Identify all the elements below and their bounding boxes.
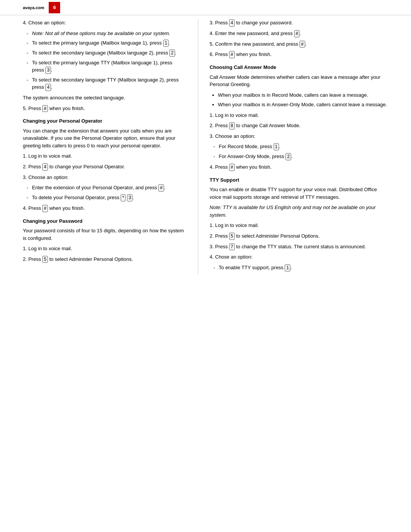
ca-step4: 4. Press # when you finish.: [210, 163, 388, 171]
po-opt1-key: #: [158, 184, 164, 192]
option2-text: To select the secondary language (Mailbo…: [32, 50, 168, 56]
ca-step2-b: to change Call Answer Mode.: [236, 123, 300, 128]
po-step4-b: when you finish.: [49, 205, 85, 211]
chose-option-label: 4. Chose an option:: [23, 19, 186, 27]
tty-opt1-key: 1: [285, 264, 290, 272]
ca-step3: 3. Choose an option:: [210, 133, 388, 140]
left-column: 4. Chose an option: Note: Not all of the…: [23, 19, 198, 275]
pw-step6-key: #: [229, 51, 235, 58]
option4-item: To select the secondary language TTY (Ma…: [27, 76, 186, 91]
po-step2-a: 2. Press: [23, 164, 41, 169]
tty-opt1-text: To enable TTY support, press: [219, 265, 284, 270]
tty-step3-a: 3. Press: [210, 244, 228, 249]
section-call-answer-heading: Choosing Call Answer Mode: [210, 64, 388, 71]
option4-key-label: press 4.: [32, 84, 53, 90]
pw-step5-key: #: [299, 41, 305, 48]
tty-step2-a: 2. Press: [210, 233, 228, 239]
personal-operator-desc: You can change the extension that answer…: [23, 127, 186, 150]
ca-step2-a: 2. Press: [210, 123, 228, 128]
option-list: Note: Not all of these options may be av…: [27, 30, 186, 91]
ca-opt1-item: For Record Mode, press 1.: [213, 143, 388, 150]
option3-key: 3: [45, 67, 51, 74]
pw-step3-b: to change your password.: [236, 20, 293, 26]
pw-step2: 2. Press 5 to select Administer Personal…: [23, 256, 186, 263]
section-tty-heading: TTY Support: [210, 176, 388, 184]
right-column: 3. Press 4 to change your password. 4. E…: [198, 19, 388, 275]
pw-step2-b: to select Administer Personal Options.: [49, 256, 133, 262]
tty-step1: 1. Log in to voice mail.: [210, 222, 388, 229]
step5-finish: 5. Press # when you finish.: [23, 105, 186, 112]
tty-opt1-item: To enable TTY support, press 1.: [213, 264, 388, 272]
po-step2-b: to change your Personal Operator.: [49, 164, 125, 169]
ca-option-list: For Record Mode, press 1. For Answer-Onl…: [213, 143, 388, 160]
tty-step2-key: 5: [229, 233, 235, 240]
ca-opt2-item: For Answer-Only Mode, press 2.: [213, 153, 388, 160]
page-number: 6: [49, 2, 60, 13]
option1-item: To select the primary language (Mailbox …: [27, 39, 186, 47]
ca-step4-a: 4. Press: [210, 164, 228, 170]
tty-step2-b: to select Administer Personal Options.: [236, 233, 320, 239]
pw-step6-a: 6. Press: [210, 51, 228, 57]
site-label: avaya.com: [23, 2, 44, 13]
pw-step2-key: 5: [42, 256, 48, 263]
tty-step3-key: 7: [229, 243, 235, 251]
po-step4: 4. Press # when you finish.: [23, 204, 186, 212]
tty-step3-b: to change the TTY status. The current st…: [236, 244, 366, 249]
po-step3: 3. Choose an option:: [23, 174, 186, 181]
po-opt1-text: Enter the extension of your Personal Ope…: [32, 185, 157, 190]
password-desc: Your password consists of four to 15 dig…: [23, 227, 186, 242]
pw-step1: 1. Log in to voice mail.: [23, 245, 186, 252]
pw-step4-key: #: [294, 30, 300, 37]
ca-step2: 2. Press 8 to change Call Answer Mode.: [210, 122, 388, 129]
note-item: Note: Not all of these options may be av…: [27, 30, 186, 37]
option1-text: To select the primary language (Mailbox …: [32, 40, 162, 46]
ca-step4-b: when you finish.: [236, 164, 271, 170]
ca-step2-key: 8: [229, 122, 235, 129]
option2-item: To select the secondary language (Mailbo…: [27, 49, 186, 57]
option2-key: 2: [169, 50, 175, 57]
section-password-heading: Changing your Password: [23, 217, 186, 225]
po-opt2-key2: 3: [127, 194, 133, 201]
call-answer-bullet-list: When your mailbox is in Record Mode, cal…: [218, 91, 388, 109]
po-step1: 1. Log in to voice mail.: [23, 152, 186, 160]
pw-step3-key: 4: [229, 19, 235, 27]
option3-text: To select the primary language TTY (Mail…: [32, 60, 172, 66]
step5-key: #: [42, 105, 48, 112]
ca-bullet1: When your mailbox is in Record Mode, cal…: [218, 91, 388, 99]
po-opt2-text: To delete your Personal Operator, press: [32, 195, 119, 200]
call-answer-desc: Call Answer Mode determines whether call…: [210, 73, 388, 88]
note-text: Note: Not all of these options may be av…: [32, 30, 170, 36]
option1-key: 1: [163, 40, 169, 47]
page: avaya.com 6 4. Chose an option: Note: No…: [0, 0, 411, 532]
po-step2: 2. Press 4 to change your Personal Opera…: [23, 163, 186, 171]
option3-key-label: press 3.: [32, 67, 53, 73]
pw-step5: 5. Confirm the new password, and press #…: [210, 40, 388, 48]
ca-bullet2: When your mailbox is in Answer-Only Mode…: [218, 101, 388, 109]
tty-step3: 3. Press 7 to change the TTY status. The…: [210, 243, 388, 251]
pw-step4-text: 4. Enter the new password, and press: [210, 30, 293, 36]
pw-step2-a: 2. Press: [23, 256, 41, 262]
system-announces: The system announces the selected langua…: [23, 94, 186, 102]
tty-step4: 4. Chose an option:: [210, 253, 388, 261]
option4-key: 4: [45, 84, 51, 91]
section-personal-operator-heading: Changing your Personal Operator: [23, 117, 186, 125]
option4-text: To select the secondary language TTY (Ma…: [32, 77, 178, 83]
pw-step3-a: 3. Press: [210, 20, 228, 26]
pw-step6-b: when you finish.: [236, 51, 271, 57]
po-opt1-item: Enter the extension of your Personal Ope…: [27, 184, 186, 192]
tty-note: Note: TTY is available for US English on…: [210, 204, 388, 219]
pw-step6: 6. Press # when you finish.: [210, 51, 388, 58]
header-bar: avaya.com 6: [0, 0, 411, 15]
step5-rest: when you finish.: [49, 105, 85, 111]
pw-step5-text: 5. Confirm the new password, and press: [210, 41, 298, 47]
content-area: 4. Chose an option: Note: Not all of the…: [0, 19, 411, 275]
ca-step1: 1. Log in to voice mail.: [210, 112, 388, 119]
pw-step3: 3. Press 4 to change your password.: [210, 19, 388, 27]
ca-step4-key: #: [229, 164, 235, 171]
po-opt2-item: To delete your Personal Operator, press …: [27, 194, 186, 201]
ca-opt2-key: 2: [285, 153, 291, 160]
po-step4-key: #: [42, 205, 48, 212]
ca-opt1-text: For Record Mode, press: [219, 144, 272, 149]
tty-option-list: To enable TTY support, press 1.: [213, 264, 388, 272]
po-opt2-key1: *: [121, 194, 126, 201]
